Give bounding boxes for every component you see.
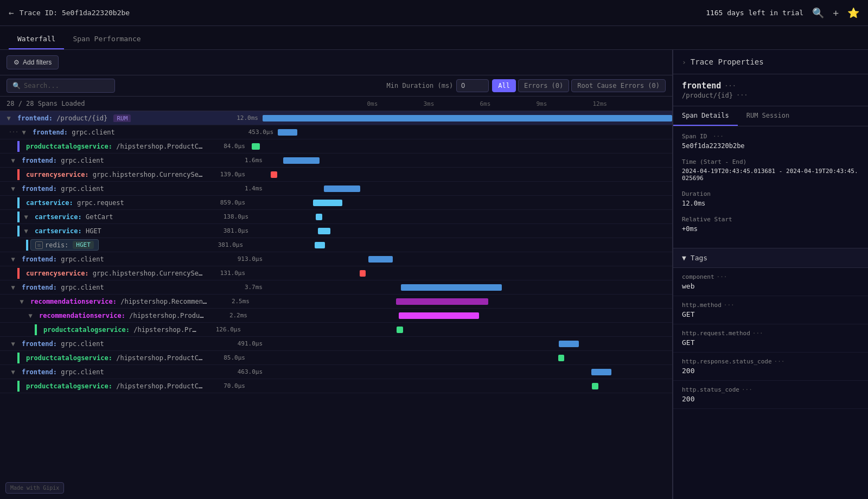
expand-btn[interactable]: ▼ <box>9 255 17 264</box>
span-row-s4[interactable]: currencyservice: grpc.hipstershop.Curren… <box>0 168 672 182</box>
span-label: frontend: grpc.client <box>17 185 224 193</box>
span-timeline <box>267 183 672 194</box>
search-input[interactable]: 🔍 Search... <box>7 79 115 93</box>
tags-header[interactable]: ▼ Tags <box>673 248 868 268</box>
span-row-s5[interactable]: ▼ frontend: grpc.client 1.4ms <box>0 182 672 196</box>
span-row-s3[interactable]: ▼ frontend: grpc.client 1.6ms <box>0 153 672 168</box>
expand-btn[interactable]: ▼ <box>9 156 17 165</box>
service-path-dots[interactable]: ··· <box>736 91 748 99</box>
span-label: cartservice: grpc.request <box>22 199 206 207</box>
span-row-s16[interactable]: ▼ frontend: grpc.client 491.0µs <box>0 337 672 351</box>
span-row-s8[interactable]: ▼ cartservice: HGET 381.0µs <box>0 224 672 238</box>
span-bar <box>591 369 611 375</box>
span-bar <box>399 312 478 319</box>
spans-container: ▼ frontend: /product/{id} RUM 12.0ms ···… <box>0 111 672 393</box>
tab-waterfall[interactable]: Waterfall <box>9 29 64 49</box>
span-row-s15[interactable]: productcatalogservice: /hipstershop.Prod… <box>0 323 672 337</box>
span-row-s14[interactable]: ▼ recommendationservice: /hipstershop.Pr… <box>0 309 672 323</box>
tag-row-http-request-method: http.request.method ··· GET <box>673 324 868 353</box>
redis-span: ⊡ redis: HGET <box>30 239 99 251</box>
topbar-right: 1165 days left in trial 🔍 + ⭐ <box>706 7 859 18</box>
span-row-s11[interactable]: currencyservice: grpc.hipstershop.Curren… <box>0 266 672 280</box>
expand-btn[interactable]: ▼ <box>22 213 30 221</box>
span-bar <box>278 129 297 136</box>
span-row-s1[interactable]: ··· ▼ frontend: grpc.client 453.0µs <box>0 125 672 139</box>
span-row-s18[interactable]: ▼ frontend: grpc.client 463.0µs <box>0 365 672 379</box>
span-label: frontend: grpc.client <box>17 368 224 376</box>
span-row-s9[interactable]: ⊡ redis: HGET 381.0µs <box>0 238 672 252</box>
span-row-s10[interactable]: ▼ frontend: grpc.client 913.0µs <box>0 252 672 266</box>
tab-span-performance[interactable]: Span Performance <box>64 29 149 49</box>
span-label: cartservice: GetCart <box>30 213 209 221</box>
span-row-s12[interactable]: ▼ frontend: grpc.client 3.7ms <box>0 280 672 295</box>
span-timeline <box>278 127 672 138</box>
span-indent: ▼ <box>0 226 30 236</box>
service-dots[interactable]: ··· <box>724 82 736 89</box>
min-duration-label: Min Duration (ms) <box>387 82 454 89</box>
span-id-value: 5e0f1da22320b2be <box>682 142 859 150</box>
search-placeholder: Search... <box>24 82 59 89</box>
span-duration: 70.0µs <box>206 382 250 389</box>
span-duration: 2.2ms <box>208 312 252 319</box>
span-row-root[interactable]: ▼ frontend: /product/{id} RUM 12.0ms <box>0 111 672 125</box>
filter-root-cause[interactable]: Root Cause Errors (0) <box>571 79 666 92</box>
tab-rum-session[interactable]: RUM Session <box>738 106 798 126</box>
timeline-header: 0ms 3ms 6ms 9ms 12ms <box>367 100 649 107</box>
span-label: frontend: grpc.client <box>28 129 234 136</box>
right-panel: › Trace Properties frontend ··· /product… <box>673 50 868 499</box>
add-icon[interactable]: + <box>833 7 839 18</box>
service-name: frontend <box>682 81 721 91</box>
expand-icon[interactable]: › <box>682 58 686 66</box>
timeline-6ms: 6ms <box>480 100 537 107</box>
span-timeline <box>253 212 672 222</box>
tag-value-http-request-method: GET <box>682 338 859 347</box>
span-indent <box>0 268 22 279</box>
span-id-dots: ··· <box>713 133 724 140</box>
add-filters-button[interactable]: ⚙ Add filters <box>7 55 59 69</box>
filter-errors[interactable]: Errors (0) <box>518 79 569 92</box>
span-label: cartservice: HGET <box>30 227 209 235</box>
min-duration-input[interactable] <box>456 79 489 92</box>
expand-btn[interactable]: ▼ <box>20 128 28 137</box>
filter-all[interactable]: All <box>492 79 516 92</box>
span-timeline <box>250 197 672 208</box>
span-indent: ▼ <box>0 114 13 123</box>
timeline-9ms: 9ms <box>537 100 593 107</box>
span-label: frontend: grpc.client <box>17 284 224 291</box>
expand-btn[interactable]: ▼ <box>4 114 13 123</box>
span-row-s7[interactable]: ▼ cartservice: GetCart 138.0µs <box>0 210 672 224</box>
expand-btn[interactable]: ▼ <box>9 184 17 193</box>
expand-btn[interactable]: ▼ <box>9 340 17 348</box>
bookmark-icon[interactable]: ⭐ <box>847 7 859 18</box>
span-row-s6[interactable]: cartservice: grpc.request 859.0µs <box>0 196 672 210</box>
span-label: currencyservice: grpc.hipstershop.Curren… <box>22 171 206 178</box>
expand-btn[interactable]: ▼ <box>22 227 30 235</box>
span-bar <box>592 383 598 389</box>
tab-span-details[interactable]: Span Details <box>673 106 738 126</box>
back-button[interactable]: ← <box>9 8 14 18</box>
span-row-s13[interactable]: ▼ recommendationservice: /hipstershop.Re… <box>0 295 672 309</box>
expand-btn[interactable]: ▼ <box>17 297 26 306</box>
hget-tag: HGET <box>73 241 94 249</box>
filter-icon: ⚙ <box>14 59 20 66</box>
duration-row: Duration 12.0ms <box>682 190 859 207</box>
expand-btn[interactable]: ▼ <box>26 311 35 320</box>
panel-tabs: Span Details RUM Session <box>673 106 868 126</box>
expand-btn[interactable]: ▼ <box>9 368 17 376</box>
span-bar <box>396 298 488 305</box>
span-row-s19[interactable]: productcatalogservice: /hipstershop.Prod… <box>0 379 672 393</box>
span-row-s2[interactable]: productcatalogservice: /hipstershop.Prod… <box>0 139 672 153</box>
span-bar <box>252 143 260 150</box>
span-indent <box>0 381 22 392</box>
span-label: productcatalogservice: /hipstershop.Prod… <box>39 326 202 334</box>
expand-btn[interactable]: ▼ <box>9 283 17 292</box>
span-label: frontend: /product/{id} RUM <box>13 114 219 122</box>
span-row-s17[interactable]: productcatalogservice: /hipstershop.Prod… <box>0 351 672 365</box>
span-bar <box>263 115 672 121</box>
search-icon[interactable]: 🔍 <box>812 7 824 18</box>
span-bar <box>559 341 579 347</box>
span-label: currencyservice: grpc.hipstershop.Curren… <box>22 270 206 277</box>
span-label: productcatalogservice: /hipstershop.Prod… <box>22 143 206 150</box>
span-duration: 381.0µs <box>204 241 247 248</box>
span-duration: 85.0µs <box>206 354 250 361</box>
